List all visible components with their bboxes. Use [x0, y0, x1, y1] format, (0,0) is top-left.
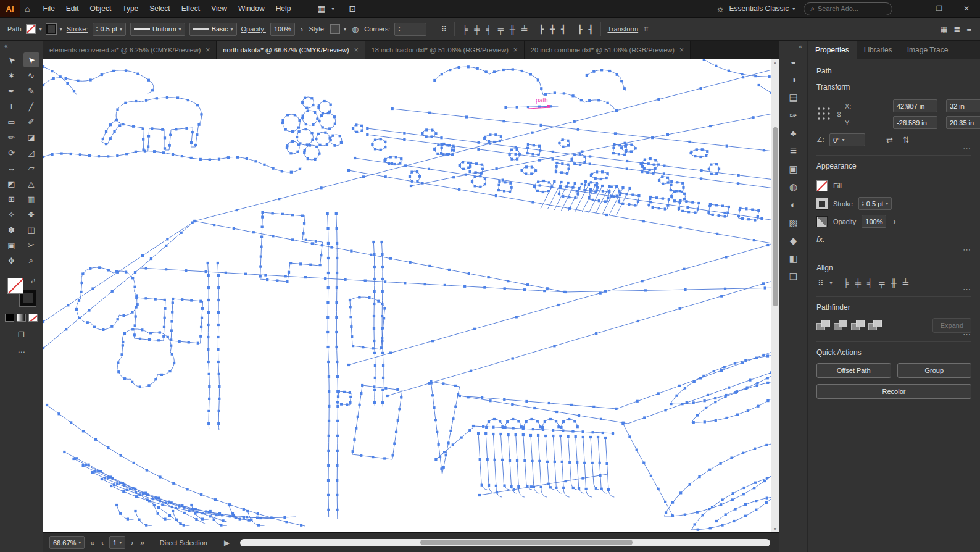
change-screen-mode-icon[interactable]: ❐	[18, 330, 25, 339]
opacity-field[interactable]: 100%	[862, 215, 886, 228]
fill-swatch[interactable]	[816, 180, 828, 191]
align-icon-0[interactable]: ╞	[842, 278, 850, 288]
illustrator-logo-icon[interactable]: Ai	[0, 0, 20, 17]
collapse-tools-icon[interactable]: «	[0, 41, 12, 51]
home-icon[interactable]: ⌂	[20, 4, 35, 14]
close-button[interactable]: ✕	[953, 0, 980, 17]
align-icon-5[interactable]: ╧	[520, 25, 528, 34]
tab-libraries[interactable]: Libraries	[857, 41, 900, 59]
status-bar-menu-icon[interactable]: ▶	[223, 538, 231, 547]
pathfinder-minus-front-icon[interactable]	[834, 320, 847, 331]
more-options-icon[interactable]: ⋯	[963, 285, 971, 294]
align-icon-2[interactable]: ╡	[866, 278, 874, 288]
menu-edit[interactable]: Edit	[60, 0, 85, 17]
artwork-svg[interactable]: path	[43, 59, 779, 532]
color-guide-panel-icon[interactable]: ◑	[783, 70, 804, 88]
opacity-link[interactable]: Opacity:	[241, 25, 266, 33]
tab-image-trace[interactable]: Image Trace	[900, 41, 956, 59]
distribute-spacing-h-icon[interactable]: ┠	[576, 25, 584, 34]
rectangle-tool[interactable]: ▭	[4, 114, 20, 129]
transform-link[interactable]: Transform	[607, 25, 638, 33]
horizontal-scrollbar-thumb[interactable]	[420, 540, 633, 545]
close-tab-icon[interactable]: ×	[354, 46, 359, 54]
last-artboard-button[interactable]: »	[139, 538, 146, 547]
scroll-up-icon[interactable]: ▴	[771, 60, 779, 65]
asset-export-panel-icon[interactable]: ❏	[783, 267, 804, 285]
rotation-angle-select[interactable]: 0° ▾	[829, 133, 865, 146]
stroke-weight-field[interactable]: ▴▾ 0.5 pt ▾	[858, 197, 892, 210]
none-button[interactable]	[28, 314, 38, 322]
menu-object[interactable]: Object	[85, 0, 117, 17]
distribute-spacing-v-icon[interactable]: ┨	[588, 25, 595, 34]
constrain-proportions-icon[interactable]: ∞	[836, 111, 845, 117]
h-value-field[interactable]: 20.35 in	[946, 116, 980, 129]
opacity-field[interactable]: 100%	[270, 23, 295, 36]
stepper-icon[interactable]: ▴▾	[862, 201, 864, 207]
distribute-icon-2[interactable]: ┫	[560, 25, 567, 34]
horizontal-scrollbar[interactable]	[240, 539, 770, 546]
chevron-down-icon[interactable]: ▾	[332, 6, 334, 12]
restore-button[interactable]: ❐	[926, 0, 953, 17]
curvature-tool[interactable]: ✎	[23, 83, 39, 98]
align-icon-0[interactable]: ╞	[461, 25, 469, 34]
w-value-field[interactable]: 32 in	[946, 99, 980, 112]
zoom-level-select[interactable]: 66.67% ▾	[49, 536, 85, 549]
vertical-scrollbar-thumb[interactable]	[773, 127, 778, 306]
more-options-icon[interactable]: ⋯	[963, 245, 971, 254]
recolor-button[interactable]: Recolor	[816, 384, 971, 399]
line-segment-tool[interactable]: ╱	[23, 99, 39, 114]
gradient-tool[interactable]: ▥	[23, 191, 39, 206]
vertical-scrollbar[interactable]: ▴ ▾	[771, 59, 779, 532]
next-artboard-button[interactable]: ›	[130, 538, 135, 547]
transform-widget-icon[interactable]: ⌗	[642, 24, 649, 34]
brushes-panel-icon[interactable]: ✑	[783, 106, 804, 124]
opacity-swatch[interactable]	[816, 216, 828, 227]
reference-point-locator[interactable]	[816, 106, 835, 122]
fx-effects-button[interactable]: fx.	[816, 235, 825, 244]
menu-help[interactable]: Help	[270, 0, 297, 17]
more-options-icon[interactable]: ⋯	[963, 330, 971, 339]
stepper-icon[interactable]: ▴▾	[398, 26, 400, 32]
fill-proxy-swatch[interactable]	[7, 278, 23, 294]
previous-artboard-button[interactable]: ‹	[100, 538, 105, 547]
document-tab[interactable]: north dakota* @ 66.67% (CMYK/Preview)×	[217, 41, 365, 59]
align-to-selection-icon[interactable]: ⠿	[439, 25, 448, 34]
appearance-panel-icon[interactable]: ◐	[783, 196, 804, 214]
eyedropper-tool[interactable]: ✧	[4, 207, 20, 222]
opacity-expand-icon[interactable]: ›	[299, 25, 304, 34]
graphic-style-select[interactable]: ▾	[330, 24, 346, 34]
menu-effect[interactable]: Effect	[176, 0, 206, 17]
shape-builder-tool[interactable]: ◩	[4, 176, 20, 191]
menu-file[interactable]: File	[37, 0, 60, 17]
gradient-panel-icon[interactable]: ▣	[783, 160, 804, 178]
menu-view[interactable]: View	[206, 0, 233, 17]
more-options-icon[interactable]: ⋯	[963, 143, 971, 153]
width-tool[interactable]: ↔	[4, 161, 20, 175]
menu-select[interactable]: Select	[144, 0, 175, 17]
stroke-panel-icon[interactable]: ≣	[783, 142, 804, 160]
symbol-sprayer-tool[interactable]: ✽	[4, 222, 20, 237]
pathfinder-unite-icon[interactable]	[816, 320, 830, 331]
opacity-label[interactable]: Opacity	[833, 218, 856, 225]
hand-tool[interactable]: ✥	[4, 253, 20, 268]
pathfinder-exclude-icon[interactable]	[868, 320, 882, 331]
graphic-styles-panel-icon[interactable]: ▨	[783, 214, 804, 232]
opacity-expand-icon[interactable]: ›	[892, 217, 897, 226]
type-tool[interactable]: T	[4, 99, 20, 114]
canvas[interactable]: path ▴ ▾	[43, 59, 779, 532]
align-icon-4[interactable]: ╫	[509, 25, 517, 34]
stepper-icon[interactable]: ▴▾	[96, 26, 98, 32]
slice-tool[interactable]: ✂	[23, 238, 39, 253]
align-icon-5[interactable]: ╧	[902, 278, 910, 288]
fill-label[interactable]: Fill	[833, 182, 842, 190]
artboard-tool[interactable]: ▣	[4, 238, 20, 253]
distribute-icon-0[interactable]: ┣	[538, 25, 545, 34]
artboard-navigation-select[interactable]: 1 ▾	[109, 536, 125, 549]
tab-properties[interactable]: Properties	[808, 41, 857, 59]
close-tab-icon[interactable]: ×	[513, 46, 518, 54]
chevron-down-icon[interactable]: ▾	[830, 280, 833, 286]
flip-vertical-icon[interactable]: ⇅	[903, 135, 910, 144]
document-tab[interactable]: 20 inch combine.dxf* @ 51.06% (RGB/Previ…	[525, 41, 691, 59]
align-to-selection-icon[interactable]: ⠿	[816, 278, 825, 288]
scroll-down-icon[interactable]: ▾	[771, 526, 779, 532]
